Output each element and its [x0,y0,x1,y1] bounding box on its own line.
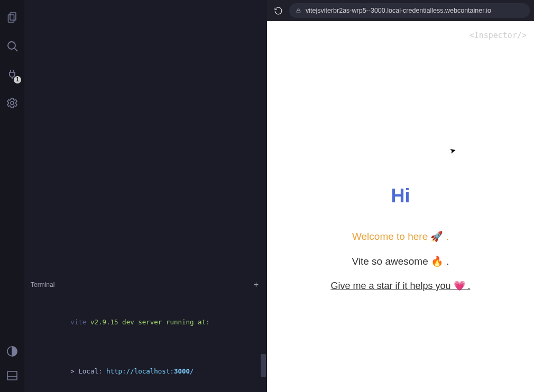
term-text: vite [70,318,90,326]
terminal-header: Terminal + [24,276,267,293]
url-text: vitejsviterbr2as-wrp5--3000.local-creden… [306,7,491,14]
star-link[interactable]: Give me a star if it helps you 💗 . [330,280,470,292]
refresh-icon [274,6,283,15]
inspector-tag[interactable]: <Inspector/> [469,31,527,40]
preview-body[interactable]: <Inspector/> ➤ Hi Welcome to here 🚀 . Vi… [267,21,534,392]
panel-icon [6,369,19,382]
term-text: / [190,367,194,375]
lock-icon [296,8,301,14]
terminal-scrollbar[interactable] [261,354,266,377]
editor-area[interactable] [24,0,267,276]
page-line: Vite so awesome 🔥 . [330,255,470,267]
theme-button[interactable] [0,339,24,363]
terminal-panel: Terminal + vite v2.9.15 dev server runni… [24,276,267,392]
svg-point-2 [8,42,15,49]
preview-pane: vitejsviterbr2as-wrp5--3000.local-creden… [267,0,534,392]
new-terminal-button[interactable]: + [252,278,261,292]
terminal-output[interactable]: vite v2.9.15 dev server running at: > Lo… [24,293,267,392]
page-title: Hi [330,185,470,207]
layout-button[interactable] [0,363,24,388]
term-local-url: http://localhost: [106,367,174,375]
editor-pane: Terminal + vite v2.9.15 dev server runni… [24,0,267,392]
svg-rect-0 [10,13,16,20]
refresh-button[interactable] [271,4,285,17]
address-bar[interactable]: vitejsviterbr2as-wrp5--3000.local-creden… [289,3,530,18]
terminal-tab-label[interactable]: Terminal [31,281,54,288]
term-local-port: 3000 [174,367,190,375]
contrast-icon [6,345,19,358]
preview-content: Hi Welcome to here 🚀 . Vite so awesome 🔥… [330,185,470,292]
activity-bottom-group [0,339,24,388]
svg-point-4 [11,101,14,105]
activity-bar: 1 [0,0,24,392]
debug-badge: 1 [14,76,21,83]
svg-line-3 [15,49,18,52]
page-subtitle: Welcome to here 🚀 . [330,230,470,242]
search-button[interactable] [0,34,24,58]
browser-toolbar: vitejsviterbr2as-wrp5--3000.local-creden… [267,0,534,21]
mouse-cursor: ➤ [449,146,457,156]
gear-icon [6,97,19,109]
svg-rect-6 [7,371,17,380]
term-version: v2.9.15 [90,318,118,326]
svg-rect-8 [297,11,300,13]
settings-button[interactable] [0,91,24,115]
activity-top-group: 1 [0,5,24,115]
explorer-button[interactable] [0,5,24,30]
svg-rect-1 [8,15,14,22]
search-icon [6,40,19,52]
debug-button[interactable]: 1 [0,62,24,87]
term-text: > Local: [70,367,106,375]
files-icon [6,11,19,24]
term-text: dev server running at: [118,318,210,326]
